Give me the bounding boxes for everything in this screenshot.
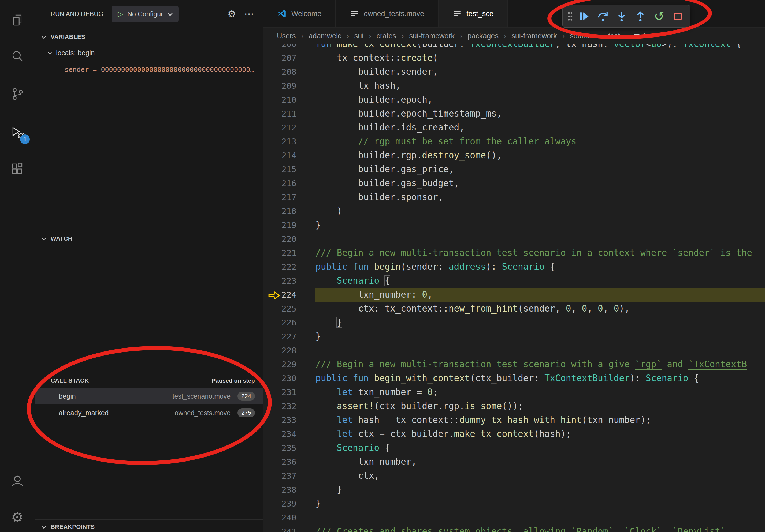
line-number[interactable]: 236	[264, 455, 316, 469]
code-line[interactable]: 222public fun begin(sender: address): Sc…	[264, 260, 765, 274]
breadcrumb-item[interactable]: Users	[277, 32, 296, 40]
line-number[interactable]: 241	[264, 524, 316, 532]
line-number[interactable]: 207	[264, 51, 316, 65]
code-line[interactable]: 213 // rgp must be set from the caller a…	[264, 134, 765, 148]
code-line[interactable]: 240	[264, 511, 765, 524]
line-number[interactable]: 218	[264, 204, 316, 218]
breadcrumb-item[interactable]: sui-framework	[409, 32, 454, 40]
line-number[interactable]: 235	[264, 441, 316, 455]
code-line[interactable]: 214 builder.rgp.destroy_some(),	[264, 148, 765, 162]
breadcrumb-item[interactable]: crates	[377, 32, 396, 40]
line-number[interactable]: 210	[264, 93, 316, 107]
continue-button[interactable]	[576, 7, 592, 25]
code-line[interactable]: 235 Scenario {	[264, 441, 765, 455]
code-line[interactable]: 219}	[264, 218, 765, 232]
line-number[interactable]: 214	[264, 148, 316, 162]
line-number[interactable]: 212	[264, 121, 316, 134]
code-line[interactable]: 212 builder.ids_created,	[264, 121, 765, 134]
drag-grip-icon[interactable]	[567, 11, 574, 22]
activity-item-run-and-debug[interactable]: 1	[0, 118, 35, 147]
line-number[interactable]: 206	[264, 44, 316, 51]
step-into-button[interactable]	[613, 7, 630, 25]
code-line[interactable]: 230public fun begin_with_context(ctx_bui…	[264, 371, 765, 385]
line-number[interactable]: 216	[264, 176, 316, 190]
line-number[interactable]: 234	[264, 427, 316, 441]
breadcrumb-item[interactable]: sui	[355, 32, 364, 40]
step-over-button[interactable]	[594, 7, 611, 25]
code-line[interactable]: 239}	[264, 497, 765, 511]
code-line[interactable]: 210 builder.epoch,	[264, 93, 765, 107]
more-actions-icon[interactable]: ⋯	[244, 9, 254, 19]
restart-button[interactable]: ↺	[651, 7, 667, 25]
line-number[interactable]: 237	[264, 469, 316, 483]
code-line[interactable]: 215 builder.gas_price,	[264, 162, 765, 176]
code-line[interactable]: 208 builder.sender,	[264, 65, 765, 79]
activity-item-source-control[interactable]	[0, 79, 35, 109]
step-out-button[interactable]	[632, 7, 649, 25]
code-line[interactable]: 231 let txn_number = 0;	[264, 385, 765, 399]
code-line[interactable]: 207 tx_context::create(	[264, 51, 765, 65]
code-line[interactable]: 224 txn_number: 0,	[264, 288, 765, 302]
line-number[interactable]: 232	[264, 399, 316, 413]
line-number[interactable]: 211	[264, 107, 316, 121]
variables-scope-row[interactable]: locals: begin	[35, 45, 263, 61]
line-number[interactable]: 231	[264, 385, 316, 399]
activity-item-extensions[interactable]	[0, 154, 35, 184]
line-number[interactable]: 229	[264, 357, 316, 371]
code-line[interactable]: 233 let hash = tx_context::dummy_tx_hash…	[264, 413, 765, 427]
breadcrumb-item[interactable]: sui-framework	[511, 32, 557, 40]
breadcrumb-item[interactable]: test	[608, 32, 620, 40]
line-number[interactable]: 223	[264, 274, 316, 288]
breakpoints-section-header[interactable]: BREAKPOINTS	[35, 519, 263, 532]
debug-settings-gear-icon[interactable]: ⚙	[228, 9, 236, 19]
code-line[interactable]: 211 builder.epoch_timestamp_ms,	[264, 107, 765, 121]
tab-owned-tests[interactable]: owned_tests.move	[336, 0, 438, 27]
code-line[interactable]: 241/// Creates and shares system objects…	[264, 524, 765, 532]
line-number[interactable]: 238	[264, 483, 316, 497]
activity-item-explorer[interactable]	[0, 5, 35, 35]
line-number[interactable]: 221	[264, 246, 316, 260]
line-number[interactable]: 219	[264, 218, 316, 232]
stack-frame-row[interactable]: already_marked owned_tests.move 275	[35, 404, 263, 421]
code-line[interactable]: 220	[264, 232, 765, 246]
breadcrumb-file[interactable]: te	[633, 32, 650, 40]
breadcrumb-item[interactable]: sources	[570, 32, 595, 40]
watch-section-header[interactable]: WATCH	[35, 231, 263, 246]
line-number[interactable]: 227	[264, 330, 316, 344]
stop-button[interactable]	[670, 7, 686, 25]
line-number[interactable]: 208	[264, 65, 316, 79]
code-line[interactable]: 206fun make_tx_context(builder: TxContex…	[264, 44, 765, 51]
code-line[interactable]: 234 let ctx = ctx_builder.make_tx_contex…	[264, 427, 765, 441]
code-line[interactable]: 232 assert!(ctx_builder.rgp.is_some());	[264, 399, 765, 413]
breadcrumb-item[interactable]: adamwelc	[309, 32, 342, 40]
code-line[interactable]: 237 ctx,	[264, 469, 765, 483]
code-line[interactable]: 229/// Begin a new multi-transaction tes…	[264, 357, 765, 371]
variables-section-header[interactable]: VARIABLES	[35, 30, 263, 45]
stack-frame-row[interactable]: begin test_scenario.move 224	[35, 388, 263, 404]
line-number[interactable]: 228	[264, 344, 316, 357]
line-number[interactable]: 239	[264, 497, 316, 511]
debug-toolbar[interactable]: ↺	[562, 5, 690, 28]
line-number[interactable]: 225	[264, 302, 316, 316]
start-debugging-icon[interactable]: ▷	[117, 10, 123, 18]
activity-item-account[interactable]	[0, 466, 35, 496]
line-number[interactable]: 233	[264, 413, 316, 427]
code-line[interactable]: 221/// Begin a new multi-transaction tes…	[264, 246, 765, 260]
code-line[interactable]: 218 )	[264, 204, 765, 218]
line-number[interactable]: 213	[264, 134, 316, 148]
code-line[interactable]: 227}	[264, 330, 765, 344]
line-number[interactable]: 226	[264, 316, 316, 330]
line-number[interactable]: 240	[264, 511, 316, 524]
code-line[interactable]: 209 tx_hash,	[264, 79, 765, 93]
code-editor[interactable]: 206fun make_tx_context(builder: TxContex…	[264, 44, 765, 532]
tab-test-scenario[interactable]: test_sce	[438, 0, 508, 27]
line-number[interactable]: 209	[264, 79, 316, 93]
line-number[interactable]: 217	[264, 190, 316, 204]
code-line[interactable]: 236 txn_number,	[264, 455, 765, 469]
call-stack-section-header[interactable]: CALL STACK Paused on step	[35, 373, 263, 388]
line-number[interactable]: 222	[264, 260, 316, 274]
code-line[interactable]: 226 }	[264, 316, 765, 330]
line-number[interactable]: 220	[264, 232, 316, 246]
line-number[interactable]: 215	[264, 162, 316, 176]
code-line[interactable]: 225 ctx: tx_context::new_from_hint(sende…	[264, 302, 765, 316]
